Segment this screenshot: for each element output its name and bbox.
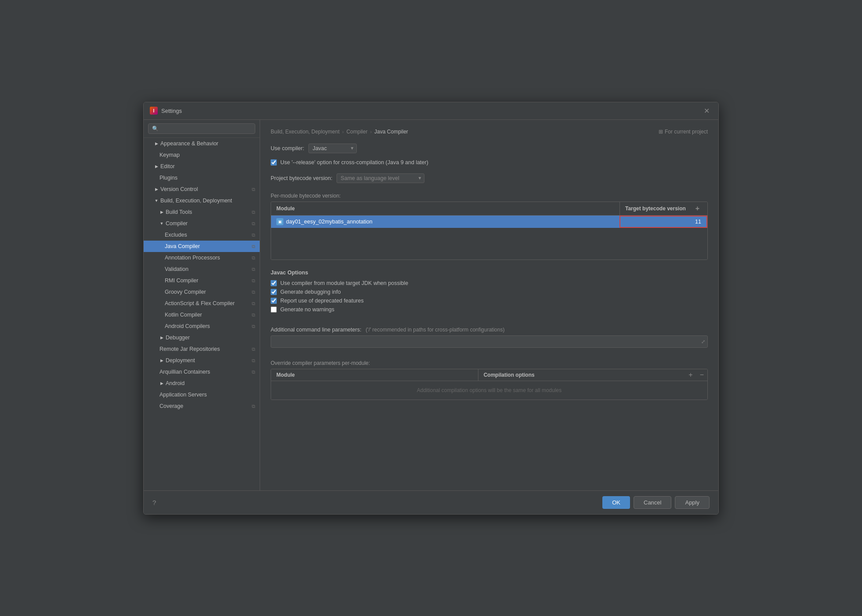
sidebar-item-groovy-compiler[interactable]: Groovy Compiler	[144, 286, 260, 298]
sidebar-item-build-tools[interactable]: Build Tools	[144, 206, 260, 218]
option-label-1: Generate debugging info	[280, 289, 341, 295]
override-empty: Additional compilation options will be t…	[271, 381, 707, 400]
cmd-label-row: Additional command line parameters: ('/'…	[271, 327, 708, 333]
apply-button[interactable]: Apply	[675, 496, 710, 509]
table-body: ▣ day01_eesy_02mybatis_annotation 11	[271, 216, 707, 259]
sidebar-item-label: Annotation Processors	[165, 255, 250, 261]
copy-icon	[252, 220, 255, 227]
sidebar-item-actionscript-flex[interactable]: ActionScript & Flex Compiler	[144, 298, 260, 309]
ok-button[interactable]: OK	[602, 496, 630, 509]
copy-icon	[252, 369, 255, 375]
sidebar-item-android-compilers[interactable]: Android Compilers	[144, 321, 260, 332]
option-checkbox-3[interactable]	[271, 306, 277, 313]
per-module-section: Per-module bytecode version: Module Targ…	[271, 191, 708, 260]
help-icon[interactable]: ?	[152, 499, 156, 506]
sidebar-item-label: Version Control	[160, 186, 250, 192]
cmd-label: Additional command line parameters:	[271, 327, 361, 333]
module-icon: ▣	[276, 218, 283, 225]
release-checkbox[interactable]	[271, 159, 277, 166]
bytecode-version-select[interactable]: Same as language level 8 11 17	[337, 173, 424, 183]
sidebar-item-label: Compiler	[166, 220, 250, 227]
sidebar-item-label: Application Servers	[159, 392, 255, 398]
sidebar-item-editor[interactable]: Editor	[144, 161, 260, 172]
footer-buttons: OK Cancel Apply	[602, 496, 710, 509]
sidebar-item-excludes[interactable]: Excludes	[144, 229, 260, 241]
compiler-select[interactable]: Javac Eclipse Ajc	[308, 144, 357, 153]
settings-dialog: I Settings ✕ Appearance & Behavior Keyma…	[143, 102, 719, 515]
triangle-icon	[154, 164, 159, 169]
copy-icon	[252, 277, 255, 284]
app-icon: I	[150, 107, 158, 115]
option-label-0: Use compiler from module target JDK when…	[280, 280, 408, 286]
override-header: Module Compilation options + −	[271, 369, 707, 381]
oh-module: Module	[271, 369, 478, 381]
breadcrumb-part1: Build, Execution, Deployment	[271, 129, 340, 135]
search-input[interactable]	[148, 123, 255, 134]
sidebar-item-appearance-behavior[interactable]: Appearance & Behavior	[144, 138, 260, 149]
sidebar-item-build-execution[interactable]: Build, Execution, Deployment	[144, 195, 260, 206]
copy-icon	[252, 403, 255, 409]
expand-icon[interactable]: ⤢	[701, 339, 705, 344]
for-current-project: ⊞ For current project	[659, 129, 708, 135]
sidebar-item-remote-jar[interactable]: Remote Jar Repositories	[144, 343, 260, 355]
footer: ? OK Cancel Apply	[144, 490, 718, 514]
title-bar-left: I Settings	[150, 107, 182, 115]
module-table: Module Target bytecode version + ▣ day01…	[271, 202, 708, 260]
sidebar-item-app-servers[interactable]: Application Servers	[144, 389, 260, 400]
sidebar-item-version-control[interactable]: Version Control	[144, 184, 260, 195]
option-label-3: Generate no warnings	[280, 306, 334, 313]
option-checkbox-1[interactable]	[271, 289, 277, 295]
copy-icon	[252, 243, 255, 249]
option-checkbox-0[interactable]	[271, 280, 277, 286]
add-override-button[interactable]: +	[685, 371, 696, 379]
cmd-hint: ('/' recommended in paths for cross-plat…	[366, 327, 504, 333]
option-row-0: Use compiler from module target JDK when…	[271, 280, 708, 286]
breadcrumb-part3: Java Compiler	[374, 129, 408, 135]
sidebar-item-label: ActionScript & Flex Compiler	[165, 300, 250, 306]
td-module: ▣ day01_eesy_02mybatis_annotation	[271, 216, 619, 227]
sidebar-item-annotation-processors[interactable]: Annotation Processors	[144, 252, 260, 263]
sidebar-item-plugins[interactable]: Plugins	[144, 172, 260, 184]
cmd-input[interactable]	[271, 335, 708, 348]
sidebar-item-coverage[interactable]: Coverage	[144, 400, 260, 412]
dialog-title: Settings	[161, 108, 182, 114]
close-button[interactable]: ✕	[701, 106, 712, 116]
sidebar-item-label: Validation	[165, 266, 250, 272]
sidebar-item-java-compiler[interactable]: Java Compiler	[144, 241, 260, 252]
table-row[interactable]: ▣ day01_eesy_02mybatis_annotation 11	[271, 216, 707, 228]
sidebar-item-validation[interactable]: Validation	[144, 263, 260, 275]
remove-override-button[interactable]: −	[696, 371, 707, 379]
option-row-1: Generate debugging info	[271, 289, 708, 295]
sidebar-item-label: Android Compilers	[165, 323, 250, 329]
cancel-button[interactable]: Cancel	[634, 496, 671, 509]
sidebar-item-arquillian[interactable]: Arquillian Containers	[144, 366, 260, 378]
sidebar-item-android[interactable]: Android	[144, 378, 260, 389]
sidebar-item-keymap[interactable]: Keymap	[144, 149, 260, 161]
sidebar-item-rmi-compiler[interactable]: RMI Compiler	[144, 275, 260, 286]
sidebar-item-deployment[interactable]: Deployment	[144, 355, 260, 366]
triangle-icon	[159, 358, 164, 363]
use-compiler-label: Use compiler:	[271, 145, 304, 151]
sidebar-item-compiler[interactable]: Compiler	[144, 218, 260, 229]
release-option-label: Use '--release' option for cross-compila…	[280, 159, 428, 166]
add-module-button[interactable]: +	[693, 205, 702, 213]
sidebar-item-label: Appearance & Behavior	[160, 140, 255, 147]
sidebar-item-label: Debugger	[166, 335, 255, 341]
triangle-icon	[154, 187, 159, 191]
title-bar: I Settings ✕	[144, 102, 718, 120]
sidebar-item-kotlin-compiler[interactable]: Kotlin Compiler	[144, 309, 260, 321]
copy-icon	[252, 186, 255, 192]
sidebar-item-label: Java Compiler	[165, 243, 250, 249]
option-checkbox-2[interactable]	[271, 298, 277, 304]
module-name: day01_eesy_02mybatis_annotation	[286, 219, 373, 225]
sidebar-item-label: Kotlin Compiler	[165, 312, 250, 318]
sidebar-item-debugger[interactable]: Debugger	[144, 332, 260, 343]
main-panel: Build, Execution, Deployment › Compiler …	[260, 120, 718, 490]
options-group: Use compiler from module target JDK when…	[271, 280, 708, 313]
copy-icon	[252, 312, 255, 318]
release-option-row: Use '--release' option for cross-compila…	[271, 159, 708, 166]
sidebar-item-label: Plugins	[159, 175, 255, 181]
override-label: Override compiler parameters per-module:	[271, 360, 708, 366]
cmd-input-wrapper: ⤢	[271, 335, 708, 348]
table-header: Module Target bytecode version +	[271, 202, 707, 216]
